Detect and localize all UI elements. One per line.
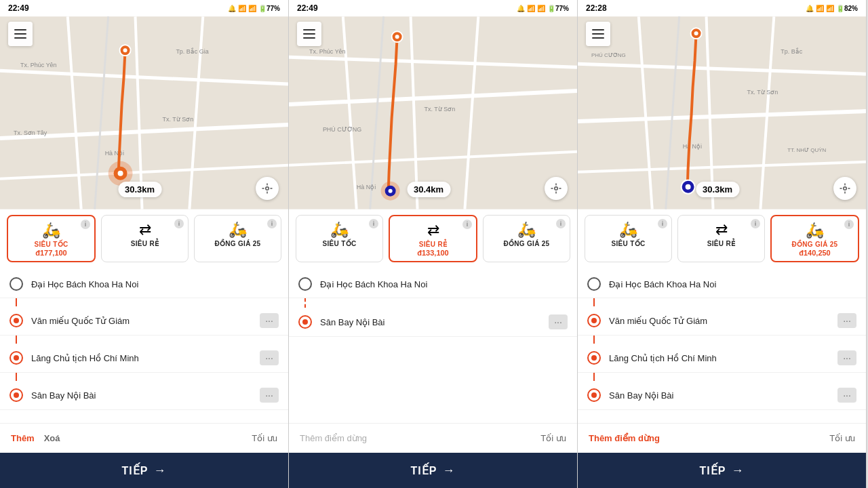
battery-icon-2: 🔋77% <box>547 5 569 12</box>
info-dot: i <box>81 220 90 229</box>
stop-menu-p3-2[interactable]: ··· <box>837 313 856 328</box>
hamburger-menu-2[interactable] <box>297 22 321 46</box>
hamburger-menu-3[interactable] <box>586 22 610 46</box>
stop-dot-3 <box>9 351 23 365</box>
distance-badge-2: 30.4km <box>407 182 450 197</box>
sieu-toc-icon-2: 🛵 <box>330 221 349 239</box>
stop-menu-p3-4[interactable]: ··· <box>837 388 856 403</box>
wifi-icon-3: 📶 <box>816 5 824 12</box>
stop-dot-p3-3 <box>587 351 601 365</box>
toi-uu-link-2[interactable]: Tối ưu <box>540 433 566 443</box>
bottom-bar-3: Thêm điểm dừng Tối ưu <box>578 423 866 453</box>
xoa-link-1[interactable]: Xoá <box>44 433 60 443</box>
sieu-re-name-2: SIÊU RẺ <box>419 241 447 248</box>
svg-text:Tp. Bắc: Tp. Bắc <box>781 47 802 55</box>
svg-text:Hà Nội: Hà Nội <box>105 150 124 157</box>
sieu-re-price-2: đ133,100 <box>417 249 448 257</box>
stop-dot-2 <box>9 314 23 327</box>
service-sieu-toc-2[interactable]: i 🛵 SIÊU TỐC <box>296 215 383 262</box>
info-dot-p2-3: i <box>556 219 566 228</box>
tiep-arrow-3: → <box>731 464 744 478</box>
stop-menu-2[interactable]: ··· <box>260 313 279 328</box>
info-dot-3: i <box>267 219 277 228</box>
svg-rect-19 <box>289 16 577 209</box>
location-button-1[interactable] <box>256 177 279 200</box>
service-row-3: i 🛵 SIÊU TỐC i ⇄ SIÊU RẺ i 🛵 ĐỒNG GIÁ 25… <box>578 209 866 268</box>
map-2: Tx. Phúc Yên Tx. Từ Sơn Hà Nội PHÚ CƯƠNG… <box>289 16 577 209</box>
stop-item-4: Sân Bay Nội Bài ··· <box>0 381 288 410</box>
status-icons-3: 🔔 📶 📶 🔋82% <box>806 5 858 12</box>
stop-item: Đại Học Bách Khoa Ha Noi <box>0 270 288 298</box>
stop-menu-p3-3[interactable]: ··· <box>837 350 856 365</box>
sieu-re-icon: ⇄ <box>139 221 151 239</box>
service-dong-gia-3[interactable]: i 🛵 ĐỒNG GIÁ 25 đ140,250 <box>770 215 859 262</box>
stop-item-p2-1: Đại Học Bách Khoa Ha Noi <box>289 270 577 298</box>
stop-item-p3-4: Sân Bay Nội Bài ··· <box>578 381 866 410</box>
sieu-toc-icon-3: 🛵 <box>619 221 637 239</box>
stop-item-3: Lăng Chủ tịch Hồ Chí Minh ··· <box>0 344 288 373</box>
stop-item-p2-2: Sân Bay Nội Bài ··· <box>289 308 577 337</box>
stop-name-3: Lăng Chủ tịch Hồ Chí Minh <box>31 353 260 363</box>
stop-name: Đại Học Bách Khoa Ha Noi <box>31 279 279 289</box>
location-button-2[interactable] <box>545 177 568 200</box>
map-svg-2: Tx. Phúc Yên Tx. Từ Sơn Hà Nội PHÚ CƯƠNG <box>289 16 577 209</box>
status-icons-1: 🔔 📶 📶 🔋77% <box>228 5 280 12</box>
status-icons-2: 🔔 📶 📶 🔋77% <box>517 5 569 12</box>
service-dong-gia-1[interactable]: i 🛵 ĐỒNG GIÁ 25 <box>194 215 281 262</box>
dong-gia-icon-2: 🛵 <box>517 221 536 239</box>
tiep-button-1[interactable]: TIẾP → <box>0 453 288 488</box>
stop-dot-4 <box>9 388 23 402</box>
location-button-3[interactable] <box>833 177 856 200</box>
them-diem-dung-3[interactable]: Thêm điểm dừng <box>589 433 660 443</box>
stop-name-p3-1: Đại Học Bách Khoa Ha Noi <box>609 279 856 289</box>
svg-text:Tx. Từ Sơn: Tx. Từ Sơn <box>162 116 193 123</box>
notification-icon-3: 🔔 <box>806 5 814 12</box>
svg-text:Tx. Từ Sơn: Tx. Từ Sơn <box>425 106 456 113</box>
distance-badge-1: 30.3km <box>118 182 161 197</box>
sieu-toc-name-3: SIÊU TỐC <box>612 240 646 247</box>
svg-text:Hà Nội: Hà Nội <box>357 184 376 190</box>
service-sieu-toc-1[interactable]: i 🛵 SIÊU TỐC đ177,100 <box>7 215 96 262</box>
wifi-icon-2: 📶 <box>527 5 535 12</box>
svg-point-17 <box>118 171 123 176</box>
panel-1: 22:49 🔔 📶 📶 🔋77% Tx. Phúc Yên Tp. Bắc Gi… <box>0 0 289 488</box>
stops-list-3: Đại Học Bách Khoa Ha Noi Văn miếu Quốc T… <box>578 268 866 423</box>
sieu-re-icon-2: ⇄ <box>427 222 439 239</box>
sieu-re-name-3: SIÊU RẺ <box>707 240 735 247</box>
svg-point-18 <box>266 187 269 190</box>
info-dot-p3-3: i <box>844 220 854 229</box>
time-1: 22:49 <box>8 3 29 13</box>
svg-text:Tx. Từ Sơn: Tx. Từ Sơn <box>747 89 778 96</box>
map-svg-1: Tx. Phúc Yên Tp. Bắc Gia Tx. Sơn Tây Tx.… <box>0 16 288 209</box>
stop-menu-p2-2[interactable]: ··· <box>549 314 568 329</box>
svg-text:Tx. Phúc Yên: Tx. Phúc Yên <box>309 48 346 55</box>
dong-gia-name: ĐỒNG GIÁ 25 <box>215 240 261 247</box>
sieu-re-name: SIÊU RẺ <box>131 240 159 247</box>
service-sieu-toc-3[interactable]: i 🛵 SIÊU TỐC <box>585 215 672 262</box>
tiep-button-3[interactable]: TIẾP → <box>578 453 866 488</box>
toi-uu-link-3[interactable]: Tối ưu <box>829 433 855 443</box>
wifi-icon: 📶 <box>238 5 246 12</box>
info-dot-2: i <box>174 219 184 228</box>
dong-gia-icon: 🛵 <box>229 221 247 239</box>
hamburger-menu-1[interactable] <box>8 22 33 46</box>
service-dong-gia-2[interactable]: i 🛵 ĐỒNG GIÁ 25 <box>483 215 570 262</box>
service-sieu-re-2[interactable]: i ⇄ SIÊU RẺ đ133,100 <box>389 215 477 262</box>
stop-dot-p3-2 <box>587 314 601 327</box>
toi-uu-link-1[interactable]: Tối ưu <box>252 433 277 443</box>
them-link-1[interactable]: Thêm <box>11 433 35 443</box>
time-2: 22:49 <box>297 3 318 13</box>
service-row-2: i 🛵 SIÊU TỐC i ⇄ SIÊU RẺ đ133,100 i 🛵 ĐỒ… <box>289 209 577 268</box>
stop-menu-4[interactable]: ··· <box>260 388 279 403</box>
stop-item-p3-1: Đại Học Bách Khoa Ha Noi <box>578 270 866 298</box>
svg-point-14 <box>123 48 127 52</box>
them-diem-dung-2[interactable]: Thêm điểm dừng <box>300 433 367 443</box>
service-sieu-re-1[interactable]: i ⇄ SIÊU RẺ <box>101 215 189 262</box>
stop-name-p2-2: Sân Bay Nội Bài <box>320 317 549 327</box>
stop-dot-empty <box>9 277 23 291</box>
stop-menu-3[interactable]: ··· <box>260 350 279 365</box>
stop-item-p3-3: Lăng Chủ tịch Hồ Chí Minh ··· <box>578 344 866 373</box>
svg-text:Hà Nội: Hà Nội <box>683 143 702 150</box>
service-sieu-re-3[interactable]: i ⇄ SIÊU RẺ <box>677 215 765 262</box>
tiep-button-2[interactable]: TIẾP → <box>289 453 577 488</box>
